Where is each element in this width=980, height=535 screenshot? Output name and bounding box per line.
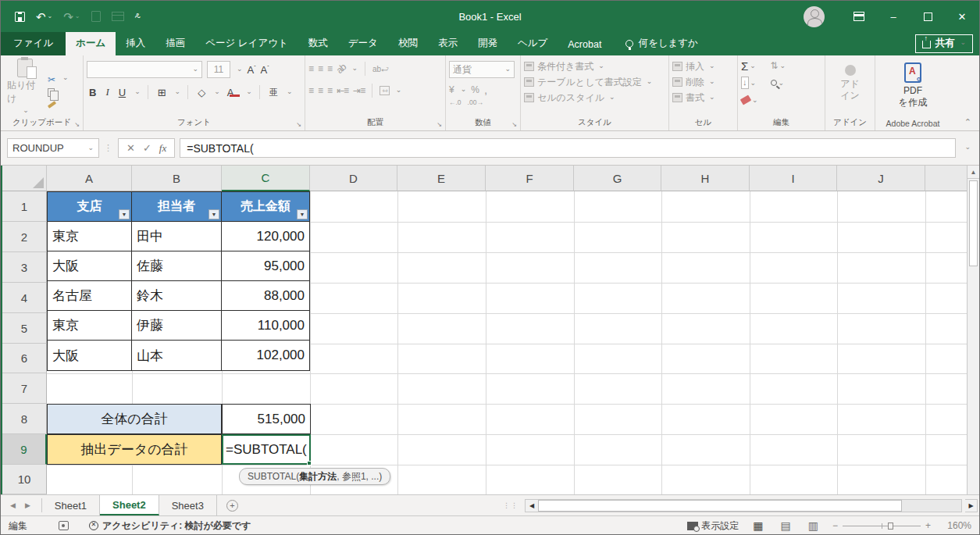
normal-view-button[interactable]: ▦	[750, 519, 766, 532]
clipboard-dialog-launcher[interactable]: ↘	[74, 121, 80, 128]
format-as-table-button[interactable]: テーブルとして書式設定	[524, 74, 665, 90]
tab-home[interactable]: ホーム	[66, 32, 116, 55]
cell-a6[interactable]: 大阪	[48, 341, 132, 370]
page-break-view-button[interactable]: ▥	[805, 519, 821, 532]
ribbon-display-options-button[interactable]	[842, 1, 876, 32]
cell-b2[interactable]: 田中	[132, 222, 222, 251]
column-header-c[interactable]: C	[222, 166, 310, 191]
cell-a5[interactable]: 東京	[48, 311, 132, 341]
window-layout-button[interactable]	[112, 12, 124, 21]
cell-a8-total-label[interactable]: 全体の合計	[47, 404, 222, 434]
cut-button[interactable]: ✂	[48, 75, 56, 84]
filter-button-person[interactable]: ▼	[208, 209, 219, 219]
accounting-format-button[interactable]: ¥	[449, 84, 454, 95]
tell-me-search[interactable]: 何をしますか	[625, 37, 697, 55]
zoom-level[interactable]: 160%	[942, 520, 971, 531]
tab-formulas[interactable]: 数式	[298, 32, 338, 55]
column-header-g[interactable]: G	[574, 166, 661, 191]
font-dialog-launcher[interactable]: ↘	[296, 121, 301, 128]
insert-function-button[interactable]: fx	[159, 142, 166, 155]
cell-c1[interactable]: 売上金額▼	[222, 192, 309, 222]
bold-button[interactable]: B	[87, 86, 98, 99]
scroll-up-button[interactable]: ▲	[968, 166, 979, 179]
font-name-combo[interactable]	[87, 61, 202, 78]
increase-font-button[interactable]: Aˆ	[248, 64, 256, 76]
macro-record-button[interactable]	[59, 521, 69, 530]
align-center-button[interactable]: ≡	[318, 85, 323, 96]
align-middle-button[interactable]: ≡	[318, 63, 323, 74]
create-pdf-button[interactable]: PDF を作成	[878, 62, 947, 109]
vertical-scrollbar[interactable]: ▲	[967, 166, 979, 494]
tab-help[interactable]: ヘルプ	[508, 32, 558, 55]
tab-file[interactable]: ファイル	[1, 32, 66, 55]
redo-dropdown[interactable]: ⌄	[75, 13, 80, 20]
row-header-5[interactable]: 5	[2, 313, 47, 344]
name-box[interactable]: ROUNDUP	[7, 138, 99, 158]
cell-c4[interactable]: 88,000	[222, 281, 309, 311]
column-header-f[interactable]: F	[486, 166, 574, 191]
page-layout-view-button[interactable]: ▤	[778, 519, 794, 532]
increase-decimal-button[interactable]: ←.0	[449, 99, 461, 106]
underline-button[interactable]: U	[116, 86, 128, 99]
fill-button[interactable]: ↓	[741, 76, 758, 90]
sheet-tab-sheet3[interactable]: Sheet3	[159, 495, 217, 515]
redo-button[interactable]: ↷⌄	[63, 11, 80, 23]
row-header-9[interactable]: 9	[2, 434, 47, 465]
cell-b1[interactable]: 担当者▼	[132, 192, 222, 222]
share-button[interactable]: 共有	[915, 34, 973, 53]
horizontal-scrollbar[interactable]: ◀	[525, 499, 962, 512]
tab-review[interactable]: 校閲	[388, 32, 428, 55]
column-header-a[interactable]: A	[47, 166, 132, 191]
format-painter-button[interactable]	[48, 101, 56, 109]
phonetic-dropdown-icon[interactable]	[285, 87, 293, 98]
cell-c9-active-edit[interactable]: =SUBTOTAL(	[222, 434, 311, 465]
undo-button[interactable]: ↶⌄	[36, 11, 52, 23]
cell-b5[interactable]: 伊藤	[132, 311, 222, 341]
orientation-button[interactable]: ab	[334, 62, 348, 76]
column-header-d[interactable]: D	[310, 166, 397, 191]
orientation-dropdown-icon[interactable]	[350, 63, 358, 74]
alignment-dialog-launcher[interactable]: ↘	[437, 121, 442, 128]
cell-a4[interactable]: 名古屋	[48, 281, 132, 311]
zoom-out-button[interactable]: −	[832, 520, 838, 531]
collapse-ribbon-button[interactable]: ⌃	[964, 117, 971, 127]
scroll-left-button[interactable]: ◀	[526, 500, 538, 512]
paste-button[interactable]: 貼り付け	[7, 59, 43, 116]
row-header-7[interactable]: 7	[2, 373, 47, 404]
sheet-nav-right-button[interactable]: ▶	[25, 501, 30, 509]
column-header-partial[interactable]	[925, 166, 968, 191]
decrease-font-button[interactable]: Aˇ	[261, 64, 269, 76]
column-header-j[interactable]: J	[837, 166, 925, 191]
cell-b3[interactable]: 佐藤	[132, 251, 222, 281]
font-size-dropdown-icon[interactable]	[235, 64, 243, 75]
borders-button[interactable]: ⊞	[155, 86, 169, 99]
align-top-button[interactable]: ≡	[308, 63, 313, 74]
zoom-in-button[interactable]: +	[925, 520, 931, 531]
close-button[interactable]: ✕	[945, 1, 979, 32]
filter-button-sales[interactable]: ▼	[297, 209, 308, 219]
tab-developer[interactable]: 開発	[468, 32, 508, 55]
cell-b6[interactable]: 山本	[132, 341, 222, 370]
column-header-e[interactable]: E	[397, 166, 486, 191]
accounting-dropdown-icon[interactable]	[459, 84, 467, 95]
tab-view[interactable]: 表示	[428, 32, 468, 55]
insert-cells-button[interactable]: 挿入	[672, 59, 734, 74]
minimize-button[interactable]: –	[876, 1, 911, 32]
comma-style-button[interactable]: ,	[484, 83, 487, 96]
column-header-h[interactable]: H	[661, 166, 750, 191]
borders-dropdown-icon[interactable]	[173, 87, 181, 98]
row-header-4[interactable]: 4	[2, 283, 47, 313]
cell-c6[interactable]: 102,000	[222, 341, 309, 370]
document-button[interactable]	[91, 11, 101, 22]
undo-dropdown[interactable]: ⌄	[48, 13, 53, 20]
align-bottom-button[interactable]: ≡	[327, 63, 332, 74]
cell-a1[interactable]: 支店▼	[48, 192, 132, 222]
increase-indent-button[interactable]: ⇥≡	[353, 85, 365, 96]
font-size-combo[interactable]: 11	[207, 61, 230, 78]
tab-data[interactable]: データ	[338, 32, 388, 55]
percent-style-button[interactable]: %	[471, 84, 479, 95]
accessibility-checker-button[interactable]: アクセシビリティ: 検討が必要です	[89, 519, 251, 533]
cell-c2[interactable]: 120,000	[222, 222, 309, 251]
new-sheet-button[interactable]: +	[217, 495, 248, 515]
save-button[interactable]	[15, 12, 25, 22]
